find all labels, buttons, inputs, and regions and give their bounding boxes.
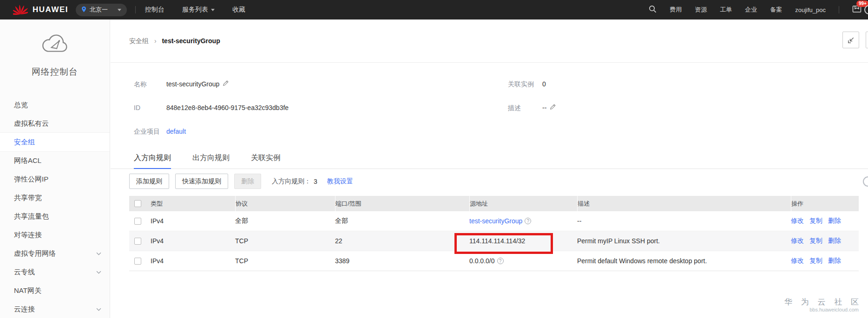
huawei-logo-icon bbox=[13, 3, 28, 17]
tab-associated-instances[interactable]: 关联实例 bbox=[251, 153, 281, 169]
delete-button[interactable]: 删除 bbox=[234, 174, 261, 189]
sidebar-item-vpc[interactable]: 虚拟私有云 bbox=[0, 114, 110, 133]
sidebar-item-label: 弹性公网IP bbox=[14, 175, 48, 184]
action-delete-link[interactable]: 删除 bbox=[828, 217, 841, 225]
nav-console[interactable]: 控制台 bbox=[145, 6, 164, 14]
huawei-brand[interactable]: HUAWEI bbox=[13, 3, 68, 17]
quick-add-rule-button[interactable]: 快速添加规则 bbox=[175, 174, 228, 189]
topbar-nav: 控制台 服务列表 收藏 bbox=[145, 6, 245, 14]
add-rule-button[interactable]: 添加规则 bbox=[129, 174, 169, 189]
huawei-cloud-console: HUAWEI 北京一 控制台 服务列表 收藏 费用资源工单企业备案 zoujif… bbox=[0, 0, 868, 318]
fullscreen-button[interactable] bbox=[866, 32, 868, 48]
teach-me-link[interactable]: 教我设置 bbox=[327, 177, 353, 186]
action-copy-link[interactable]: 复制 bbox=[809, 237, 822, 245]
topbar-item-enterprise[interactable]: 企业 bbox=[745, 6, 757, 14]
description-cell: Permit myIP Linux SSH port. bbox=[577, 237, 791, 245]
location-pin-icon bbox=[81, 6, 86, 14]
table-row: IPv4TCP33890.0.0.0/0?Permit default Wind… bbox=[129, 251, 859, 271]
row-checkbox[interactable] bbox=[134, 218, 141, 225]
breadcrumb-security-groups[interactable]: 安全组 bbox=[129, 37, 149, 45]
edit-description-pencil-icon[interactable] bbox=[550, 103, 556, 112]
row-checkbox-cell bbox=[129, 258, 151, 265]
table-row: IPv4TCP22114.114.114.114/32Permit myIP L… bbox=[129, 231, 859, 251]
topbar-item-resources[interactable]: 资源 bbox=[695, 6, 707, 14]
action-copy-link[interactable]: 复制 bbox=[809, 257, 822, 265]
main-content: 安全组 › test-securityGroup 名称 test-securit… bbox=[111, 19, 868, 318]
port-range-cell: 3389 bbox=[335, 257, 469, 265]
pop-in-button[interactable] bbox=[842, 32, 859, 48]
action-modify-link[interactable]: 修改 bbox=[791, 257, 804, 265]
rule-count-label: 入方向规则： bbox=[272, 177, 311, 186]
watermark-url: bbs.huaweicloud.com bbox=[784, 307, 859, 313]
username[interactable]: zoujifu_poc bbox=[795, 6, 826, 13]
column-header: 协议 bbox=[235, 196, 335, 211]
action-modify-link[interactable]: 修改 bbox=[791, 237, 804, 245]
page-title: test-securityGroup bbox=[162, 37, 220, 45]
description-cell: -- bbox=[577, 217, 791, 225]
enterprise-project-link[interactable]: default bbox=[166, 127, 186, 136]
region-selector[interactable]: 北京一 bbox=[76, 4, 127, 16]
table-search-icon[interactable] bbox=[863, 176, 868, 187]
chevron-down-icon bbox=[118, 9, 121, 11]
edit-name-pencil-icon[interactable] bbox=[223, 79, 229, 89]
action-delete-link[interactable]: 删除 bbox=[828, 257, 841, 265]
sidebar-item-cloud-connect[interactable]: 云连接 bbox=[0, 300, 110, 318]
protocol-cell: TCP bbox=[235, 237, 335, 245]
select-all-checkbox[interactable] bbox=[134, 200, 141, 207]
watermark-title: 华 为 云 社 区 bbox=[784, 297, 862, 307]
nav-service-list[interactable]: 服务列表 bbox=[182, 6, 215, 14]
sidebar-item-label: 网络ACL bbox=[14, 156, 41, 165]
sidebar-menu: 总览虚拟私有云安全组网络ACL弹性公网IP共享带宽共享流量包对等连接虚拟专用网络… bbox=[0, 96, 110, 318]
sidebar-item-direct-connect[interactable]: 云专线 bbox=[0, 263, 110, 281]
protocol-cell: TCP bbox=[235, 257, 335, 265]
action-copy-link[interactable]: 复制 bbox=[809, 217, 822, 225]
help-circle-icon[interactable]: ? bbox=[497, 258, 504, 264]
sidebar-item-peering[interactable]: 对等连接 bbox=[0, 226, 110, 244]
rule-count: 入方向规则： 3 bbox=[272, 177, 317, 186]
sidebar-item-network-acl[interactable]: 网络ACL bbox=[0, 151, 110, 170]
row-checkbox[interactable] bbox=[134, 258, 141, 265]
topbar-item-icp-filing[interactable]: 备案 bbox=[770, 6, 782, 14]
tab-outbound-rules[interactable]: 出方向规则 bbox=[192, 153, 230, 169]
associated-instances-label: 关联实例 bbox=[508, 79, 542, 89]
description-label: 描述 bbox=[508, 103, 542, 112]
source-address-link[interactable]: test-securityGroup bbox=[469, 217, 522, 225]
sidebar-item-label: 共享带宽 bbox=[14, 194, 42, 202]
sidebar-item-security-group[interactable]: 安全组 bbox=[0, 133, 110, 151]
table-body: IPv4全部全部test-securityGroup?--修改复制删除IPv4T… bbox=[129, 211, 859, 271]
sidebar-item-label: 虚拟私有云 bbox=[14, 119, 49, 128]
sidebar-item-overview[interactable]: 总览 bbox=[0, 96, 110, 114]
sidebar-item-vpn[interactable]: 虚拟专用网络 bbox=[0, 244, 110, 263]
sidebar-item-eip[interactable]: 弹性公网IP bbox=[0, 170, 110, 188]
column-header: 操作 bbox=[791, 196, 859, 211]
brand-text: HUAWEI bbox=[33, 5, 68, 14]
sidebar-item-shared-bandwidth[interactable]: 共享带宽 bbox=[0, 188, 110, 207]
chevron-down-icon bbox=[96, 252, 101, 255]
sidebar-item-label: NAT网关 bbox=[14, 286, 41, 295]
nav-favorites[interactable]: 收藏 bbox=[232, 6, 245, 14]
help-icon[interactable] bbox=[864, 5, 868, 14]
action-delete-link[interactable]: 删除 bbox=[828, 237, 841, 245]
column-header: 源地址 bbox=[469, 196, 577, 211]
message-center-icon[interactable]: 99+ bbox=[852, 5, 861, 14]
name-value: test-securityGroup bbox=[166, 79, 219, 89]
header-checkbox-cell bbox=[129, 196, 151, 211]
topbar-item-billing[interactable]: 费用 bbox=[670, 6, 682, 14]
source-address: 114.114.114.114/32 bbox=[469, 237, 525, 245]
console-title: 网络控制台 bbox=[0, 66, 110, 78]
breadcrumb-separator: › bbox=[154, 37, 157, 45]
help-circle-icon[interactable]: ? bbox=[525, 218, 531, 224]
sidebar-item-nat-gateway[interactable]: NAT网关 bbox=[0, 281, 110, 300]
action-modify-link[interactable]: 修改 bbox=[791, 217, 804, 225]
topbar-item-tickets[interactable]: 工单 bbox=[720, 6, 732, 14]
search-icon[interactable] bbox=[649, 5, 657, 14]
tab-inbound-rules[interactable]: 入方向规则 bbox=[134, 153, 171, 169]
actions-cell: 修改复制删除 bbox=[791, 257, 859, 265]
security-group-details: 名称 test-securityGroup ID 848e12e8-8eb4-4… bbox=[111, 63, 868, 136]
sidebar-item-shared-data-package[interactable]: 共享流量包 bbox=[0, 207, 110, 226]
chevron-down-icon bbox=[96, 308, 101, 311]
enterprise-project-label: 企业项目 bbox=[134, 127, 166, 136]
actions-cell: 修改复制删除 bbox=[791, 217, 859, 225]
associated-instances-value: 0 bbox=[542, 79, 546, 89]
row-checkbox[interactable] bbox=[134, 238, 141, 245]
